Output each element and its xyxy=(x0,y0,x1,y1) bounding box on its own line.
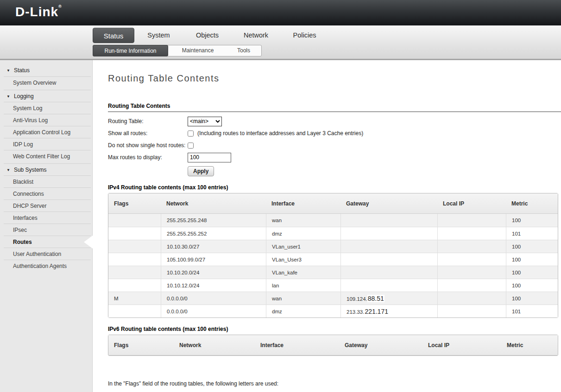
cell-gateway: 109.124.88.51 xyxy=(340,292,437,305)
cell-local-ip xyxy=(437,279,506,292)
ipv4-routing-table: Flags Network Interface Gateway Local IP… xyxy=(108,193,558,318)
tab-status[interactable]: Status xyxy=(93,28,134,43)
registered-mark: ® xyxy=(58,4,62,9)
show-all-routes-checkbox[interactable] xyxy=(188,131,194,137)
sidebar-item-routes[interactable]: Routes xyxy=(4,236,91,248)
nav-band: Status System Objects Network Policies R… xyxy=(0,25,561,60)
subtab-maintenance[interactable]: Maintenance xyxy=(168,45,227,56)
no-single-host-routes-checkbox[interactable] xyxy=(188,143,194,149)
cell-interface: VLan_user1 xyxy=(266,240,340,253)
sidebar-item-connections[interactable]: Connections xyxy=(4,187,91,199)
sidebar-item-system-overview[interactable]: System Overview xyxy=(4,76,91,88)
section-label: Sub Systems xyxy=(14,167,47,173)
column-header-metric: Metric xyxy=(506,193,558,214)
form-section-header: Routing Table Contents xyxy=(108,103,561,112)
top-bar: D-Link® xyxy=(0,0,561,25)
cell-interface: VLan_User3 xyxy=(266,253,340,266)
sub-tabs: Run-time Information Maintenance Tools xyxy=(93,45,262,56)
sidebar-item-ipsec[interactable]: IPsec xyxy=(4,224,91,236)
ipv6-table-title: IPv6 Routing table contents (max 100 ent… xyxy=(108,326,561,332)
cell-flags xyxy=(108,266,161,279)
cell-flags: M xyxy=(108,292,161,305)
cell-local-ip xyxy=(437,305,506,317)
cell-local-ip xyxy=(437,214,506,227)
cell-metric: 100 xyxy=(506,292,558,305)
flags-legend: In the "Flags" field of the routing tabl… xyxy=(108,363,561,392)
ipv6-routing-table: Flags Network Interface Gateway Local IP… xyxy=(108,335,558,356)
cell-flags xyxy=(108,214,161,227)
cell-gateway xyxy=(340,240,437,253)
sidebar-item-application-control-log[interactable]: Application Control Log xyxy=(4,126,91,138)
column-header-flags: Flags xyxy=(108,193,161,214)
table-row: 255.255.255.252dmz101 xyxy=(108,227,558,240)
show-all-routes-label: Show all routes: xyxy=(108,130,188,137)
tab-policies[interactable]: Policies xyxy=(280,28,329,43)
sidebar-item-blacklist[interactable]: Blacklist xyxy=(4,175,91,187)
main-content: Routing Table Contents Routing Table Con… xyxy=(93,60,561,392)
cell-gateway xyxy=(340,227,437,240)
cell-network: 10.10.12.0/24 xyxy=(161,279,266,292)
sidebar-item-anti-virus-log[interactable]: Anti-Virus Log xyxy=(4,114,91,126)
cell-interface: lan xyxy=(266,279,340,292)
ipv4-table-title: IPv4 Routing table contents (max 100 ent… xyxy=(108,184,561,191)
cell-network: 10.10.30.0/27 xyxy=(161,240,266,253)
cell-network: 255.255.255.252 xyxy=(161,227,266,240)
table-row: 10.10.30.0/27VLan_user1100 xyxy=(108,240,558,253)
column-header-local-ip: Local IP xyxy=(422,335,501,355)
routing-table-label: Routing Table: xyxy=(108,118,188,124)
sidebar-item-dhcp-server[interactable]: DHCP Server xyxy=(4,199,91,212)
cell-metric: 101 xyxy=(506,227,558,240)
cell-interface: dmz xyxy=(266,305,340,317)
cell-local-ip xyxy=(437,253,506,266)
main-tabs: Status System Objects Network Policies xyxy=(93,28,329,43)
sidebar-item-interfaces[interactable]: Interfaces xyxy=(4,212,91,224)
subtab-runtime-information[interactable]: Run-time Information xyxy=(93,45,168,56)
tab-objects[interactable]: Objects xyxy=(183,28,232,43)
max-routes-input[interactable] xyxy=(188,153,231,162)
cell-local-ip xyxy=(437,240,506,253)
routing-table-form: Routing Table: <main> Show all routes: (… xyxy=(108,115,561,176)
sidebar-item-idp-log[interactable]: IDP Log xyxy=(4,138,91,150)
cell-flags xyxy=(108,305,161,317)
no-single-host-routes-label: Do not show single host routes: xyxy=(108,142,188,149)
tab-network[interactable]: Network xyxy=(232,28,280,43)
sidebar-section-status[interactable]: ▼Status xyxy=(4,64,91,76)
cell-network: 0.0.0.0/0 xyxy=(161,305,266,317)
sidebar-section-sub-systems[interactable]: ▼Sub Systems xyxy=(4,163,91,175)
column-header-interface: Interface xyxy=(266,193,340,214)
column-header-metric: Metric xyxy=(501,335,558,355)
cell-local-ip xyxy=(437,292,506,305)
section-label: Logging xyxy=(14,93,34,100)
cell-gateway xyxy=(340,279,437,292)
sidebar-item-user-authentication[interactable]: User Authentication xyxy=(4,248,91,260)
sidebar-section-logging[interactable]: ▼Logging xyxy=(4,90,91,102)
subtab-tools[interactable]: Tools xyxy=(227,45,260,56)
ipv4-header-row: Flags Network Interface Gateway Local IP… xyxy=(108,193,558,214)
apply-button[interactable]: Apply xyxy=(188,166,214,176)
sidebar-item-system-log[interactable]: System Log xyxy=(4,102,91,114)
column-header-local-ip: Local IP xyxy=(437,193,506,214)
sidebar-item-authentication-agents[interactable]: Authentication Agents xyxy=(4,260,91,272)
cell-local-ip xyxy=(437,227,506,240)
cell-gateway xyxy=(340,266,437,279)
cell-gateway: 213.33.221.171 xyxy=(340,305,437,317)
cell-metric: 100 xyxy=(506,279,558,292)
table-row: 10.10.12.0/24lan100 xyxy=(108,279,558,292)
table-row: 105.100.99.0/27VLan_User3100 xyxy=(108,253,558,266)
section-label: Status xyxy=(14,67,30,74)
cell-metric: 100 xyxy=(506,266,558,279)
sidebar-item-web-content-filter-log[interactable]: Web Content Filter Log xyxy=(4,150,91,162)
table-row: 0.0.0.0/0dmz213.33.221.171101 xyxy=(108,305,558,317)
cell-interface: wan xyxy=(266,292,340,305)
cell-flags xyxy=(108,253,161,266)
cell-local-ip xyxy=(437,266,506,279)
show-all-routes-note: (Including routes to interface addresses… xyxy=(197,130,363,137)
routing-table-select[interactable]: <main> xyxy=(188,117,222,126)
column-header-gateway: Gateway xyxy=(339,335,422,355)
collapse-triangle-icon: ▼ xyxy=(6,94,10,99)
cell-interface: dmz xyxy=(266,227,340,240)
tab-system[interactable]: System xyxy=(134,28,183,43)
sidebar: ▼Status System Overview ▼Logging System … xyxy=(0,60,93,392)
column-header-network: Network xyxy=(161,193,266,214)
gateway-zoom-text: 88.51 xyxy=(367,295,385,302)
